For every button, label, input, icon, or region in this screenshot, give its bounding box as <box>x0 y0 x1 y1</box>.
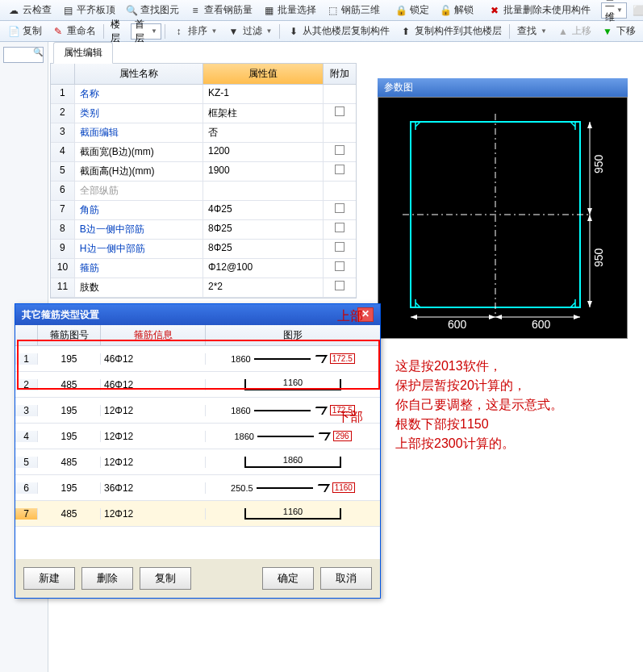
stirrup-id[interactable]: 195 <box>38 405 101 416</box>
property-row[interactable]: 5截面高(H边)(mm)1900 <box>51 162 356 182</box>
prop-value[interactable]: 8Φ25 <box>203 220 324 239</box>
checkbox[interactable] <box>335 281 344 290</box>
header-id[interactable]: 箍筋图号 <box>38 325 101 345</box>
move-down-button[interactable]: ▼下移 <box>597 23 640 40</box>
stirrup-row[interactable]: 619536Φ12250.51160 <box>15 475 380 501</box>
header-shape[interactable]: 图形 <box>206 325 380 345</box>
prop-add[interactable] <box>324 220 356 239</box>
checkbox[interactable] <box>335 223 344 232</box>
copy-to-floor-button[interactable]: ⬆复制构件到其他楼层 <box>395 23 506 40</box>
move-up-button[interactable]: ▲上移 <box>553 23 595 40</box>
prop-add[interactable] <box>324 85 356 103</box>
prop-name[interactable]: H边一侧中部筋 <box>75 240 203 258</box>
view-mode-combo[interactable]: 二维▼ <box>601 2 627 19</box>
stirrup-info[interactable]: 36Φ12 <box>101 482 206 494</box>
property-row[interactable]: 4截面宽(B边)(mm)1200 <box>51 143 356 162</box>
property-row[interactable]: 1名称KZ-1 <box>51 85 356 104</box>
copy-button[interactable]: 复制 <box>140 567 191 590</box>
prop-name[interactable]: 类别 <box>75 104 203 123</box>
stirrup-row[interactable]: 548512Φ121860 <box>15 449 380 475</box>
align-top-button[interactable]: ▤平齐板顶 <box>57 2 119 19</box>
view-rebar-button[interactable]: ≡查看钢筋量 <box>185 2 257 19</box>
stirrup-shape[interactable]: 1160 <box>206 379 380 390</box>
property-row[interactable]: 3截面编辑否 <box>51 123 356 143</box>
sort-button[interactable]: ↕排序▼ <box>169 23 222 40</box>
prop-value[interactable]: 2*2 <box>203 278 324 297</box>
delete-button[interactable]: 删除 <box>81 567 133 590</box>
stirrup-info[interactable]: 12Φ12 <box>101 457 206 468</box>
stirrup-id[interactable]: 195 <box>38 431 101 442</box>
cloud-check-button[interactable]: ☁云检查 <box>3 2 56 19</box>
parameter-canvas[interactable]: 600 600 950 950 <box>378 97 628 339</box>
stirrup-id[interactable]: 195 <box>38 353 101 365</box>
property-row[interactable]: 8B边一侧中部筋8Φ25 <box>51 220 356 240</box>
stirrup-row[interactable]: 248546Φ121160 <box>15 372 380 398</box>
stirrup-info[interactable]: 46Φ12 <box>101 379 206 390</box>
checkbox[interactable] <box>335 145 344 155</box>
property-tab[interactable]: 属性编辑 <box>53 42 113 64</box>
prop-value[interactable]: KZ-1 <box>203 85 324 103</box>
prop-add[interactable] <box>324 240 356 258</box>
prop-value[interactable]: 1200 <box>203 143 324 161</box>
prop-add[interactable] <box>324 123 356 142</box>
stirrup-info[interactable]: 12Φ12 <box>101 431 206 442</box>
prop-add[interactable] <box>324 162 356 181</box>
prop-add[interactable] <box>324 104 356 123</box>
prop-name[interactable]: 截面宽(B边)(mm) <box>75 143 203 161</box>
prop-add[interactable] <box>324 259 356 278</box>
stirrup-shape[interactable]: 250.51160 <box>206 482 380 493</box>
header-value[interactable]: 属性值 <box>203 64 324 84</box>
stirrup-info[interactable]: 46Φ12 <box>101 353 206 365</box>
property-row[interactable]: 10箍筋Φ12@100 <box>51 259 356 278</box>
stirrup-id[interactable]: 485 <box>38 379 101 390</box>
top-view-button[interactable]: ⬜俯视 <box>628 2 643 19</box>
stirrup-info[interactable]: 12Φ12 <box>101 508 206 520</box>
prop-value[interactable]: 1900 <box>203 162 324 181</box>
checkbox[interactable] <box>335 106 344 116</box>
prop-name[interactable]: 截面高(H边)(mm) <box>75 162 203 181</box>
stirrup-shape[interactable]: 1860172.5 <box>206 353 380 364</box>
stirrup-id[interactable]: 485 <box>38 508 101 520</box>
stirrup-info[interactable]: 12Φ12 <box>101 405 206 416</box>
filter-button[interactable]: ▼过滤▼ <box>223 23 277 40</box>
ok-button[interactable]: 确定 <box>262 567 314 590</box>
find-element-button[interactable]: 🔍查找图元 <box>121 2 183 19</box>
checkbox[interactable] <box>335 261 344 271</box>
prop-name[interactable]: 角筋 <box>75 201 203 219</box>
stirrup-row[interactable]: 119546Φ121860172.5 <box>15 346 380 372</box>
prop-add[interactable] <box>324 201 356 219</box>
copy-button[interactable]: 📄复制 <box>3 23 46 40</box>
checkbox[interactable] <box>335 242 344 252</box>
prop-name[interactable]: 全部纵筋 <box>75 182 203 200</box>
search-input[interactable]: 🔍 <box>3 47 44 63</box>
prop-name[interactable]: 肢数 <box>75 278 203 297</box>
stirrup-shape[interactable]: 1160 <box>206 508 380 520</box>
header-info[interactable]: 箍筋信息 <box>101 325 206 345</box>
prop-add[interactable] <box>324 278 356 297</box>
dialog-titlebar[interactable]: 其它箍筋类型设置 ✕ <box>15 304 380 325</box>
cancel-button[interactable]: 取消 <box>320 567 372 590</box>
property-row[interactable]: 11肢数2*2 <box>51 278 356 298</box>
stirrup-shape[interactable]: 1860 <box>206 457 380 468</box>
checkbox[interactable] <box>335 203 344 213</box>
prop-name[interactable]: B边一侧中部筋 <box>75 220 203 239</box>
prop-value[interactable] <box>203 182 324 200</box>
batch-delete-button[interactable]: ✖批量删除未使用构件 <box>484 2 595 19</box>
find-button[interactable]: 查找▼ <box>513 23 551 40</box>
prop-name[interactable]: 名称 <box>75 85 203 103</box>
prop-name[interactable]: 截面编辑 <box>75 123 203 142</box>
unlock-button[interactable]: 🔓解锁 <box>435 2 478 19</box>
property-row[interactable]: 6全部纵筋 <box>51 182 356 201</box>
stirrup-shape[interactable]: 1860296 <box>206 431 380 441</box>
stirrup-row[interactable]: 748512Φ121160 <box>15 501 380 527</box>
prop-value[interactable]: 8Φ25 <box>203 240 324 258</box>
stirrup-id[interactable]: 485 <box>38 457 101 468</box>
copy-from-floor-button[interactable]: ⬇从其他楼层复制构件 <box>283 23 394 40</box>
prop-value[interactable]: 否 <box>203 123 324 142</box>
stirrup-row[interactable]: 419512Φ121860296 <box>15 424 380 449</box>
property-row[interactable]: 9H边一侧中部筋8Φ25 <box>51 240 356 259</box>
rebar-3d-button[interactable]: ⬚钢筋三维 <box>322 2 384 19</box>
batch-select-button[interactable]: ▦批量选择 <box>258 2 320 19</box>
prop-value[interactable]: 4Φ25 <box>203 201 324 219</box>
prop-add[interactable] <box>324 143 356 161</box>
